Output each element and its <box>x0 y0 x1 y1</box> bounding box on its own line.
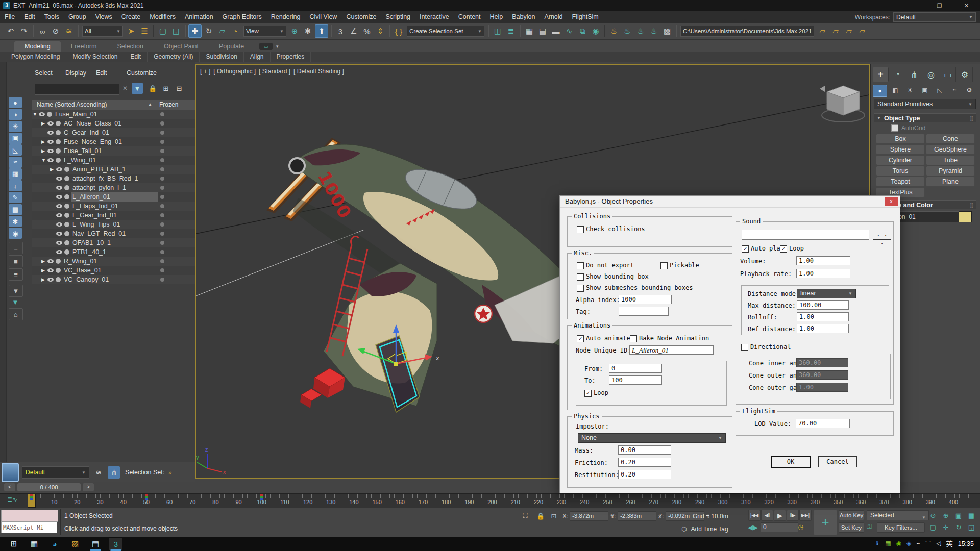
visibility-eye-icon[interactable] <box>47 140 54 144</box>
object-type-sphere[interactable]: Sphere <box>876 144 925 155</box>
render-setup-icon[interactable]: ♨ <box>608 25 620 37</box>
alpha-index-field[interactable]: 1000 <box>619 295 672 304</box>
frozen-cell-icon[interactable] <box>160 140 164 144</box>
time-slider[interactable]: 0 / 400 <box>17 483 81 491</box>
render-in-cloud-icon[interactable]: ♨ <box>648 25 660 37</box>
select-by-name-icon[interactable]: ☰ <box>138 25 151 37</box>
clear-search-icon[interactable]: ✕ <box>122 85 128 92</box>
node-unique-id-field[interactable]: L_Aileron_01 <box>629 345 714 355</box>
tree-row-ptb1-40-1[interactable]: PTB1_40_1 <box>32 247 195 257</box>
to-field[interactable]: 100 <box>609 375 662 385</box>
bind-to-spacewarp-icon[interactable]: ≋ <box>63 25 75 37</box>
visibility-eye-icon[interactable] <box>39 112 45 116</box>
lod-value-field[interactable]: 70.00 <box>796 419 850 428</box>
keyboard-shortcut-override-icon[interactable]: ⬆ <box>315 24 328 38</box>
frozen-cell-icon[interactable] <box>160 259 164 263</box>
angle-snap-icon[interactable]: ∠ <box>348 25 360 37</box>
filter-icon[interactable]: ▼ <box>9 296 22 308</box>
object-type-cylinder[interactable]: Cylinder <box>876 155 925 165</box>
object-type-torus[interactable]: Torus <box>876 166 925 176</box>
menu-create[interactable]: Create <box>117 11 145 23</box>
open-folder-icon[interactable]: ▱ <box>829 25 842 37</box>
object-type-plane[interactable]: Plane <box>926 177 975 187</box>
ribbon-sub-properties[interactable]: Properties <box>271 52 311 62</box>
name-column-header[interactable]: Name (Sorted Ascending) <box>37 101 107 108</box>
ribbon-sub-subdivision[interactable]: Subdivision <box>200 52 243 62</box>
explorer-search-input[interactable] <box>35 84 119 95</box>
track-bar[interactable]: ≣∿ 1020304050607080901001101201301401501… <box>0 493 980 508</box>
add-time-tag[interactable]: ⬡Add Time Tag <box>681 525 728 533</box>
maximize-button[interactable]: ❐ <box>926 0 953 11</box>
mirror-icon[interactable]: ◫ <box>492 25 504 37</box>
do-not-export-checkbox[interactable] <box>577 262 584 269</box>
more-chevrons-icon[interactable]: » <box>168 469 172 475</box>
tree-row-l-aileron-01[interactable]: L_Aileron_01 <box>32 192 195 202</box>
explorer-column-header[interactable]: Name (Sorted Ascending) ▲ Frozen <box>32 100 195 110</box>
keyframe-marker-0[interactable] <box>30 494 33 500</box>
frozen-cell-icon[interactable] <box>160 177 164 181</box>
edit-named-selection-sets-icon[interactable]: { } <box>393 25 405 37</box>
rectangular-selection-region-icon[interactable]: ▢ <box>157 25 169 37</box>
dialog-title[interactable]: Babylon.js - Object Properties <box>560 196 900 208</box>
selection-filter-dropdown[interactable]: All▼ <box>82 26 123 37</box>
spinner-snap-icon[interactable]: ⇕ <box>374 25 386 37</box>
visibility-eye-icon[interactable] <box>47 268 54 272</box>
frozen-cell-icon[interactable] <box>160 213 164 217</box>
key-mode-toggle-icon[interactable]: ◀▶ <box>748 522 757 532</box>
tree-row-attachpt-pylon-l-1[interactable]: attachpt_pylon_l_1 <box>32 183 195 192</box>
zoom-extents-all-icon[interactable]: ▦ <box>966 511 976 520</box>
render-presets-icon[interactable]: ▩ <box>661 25 673 37</box>
lights-category-icon[interactable]: ☀ <box>903 85 917 96</box>
toggle-scene-explorer-icon[interactable]: ▦ <box>523 25 535 37</box>
visibility-eye-icon[interactable] <box>56 222 62 227</box>
playback-rate-field[interactable]: 1.00 <box>796 269 850 278</box>
menu-flightsim[interactable]: FlightSim <box>568 11 603 23</box>
align-icon[interactable]: ≣ <box>505 25 517 37</box>
percent-snap-icon[interactable]: % <box>361 25 373 37</box>
visibility-eye-icon[interactable] <box>47 131 54 135</box>
viewport-menu-pov[interactable]: [ Orthographic ] <box>213 68 256 75</box>
expand-closed-icon[interactable]: ▶ <box>41 277 45 282</box>
menu-content[interactable]: Content <box>454 11 485 23</box>
select-and-manipulate-icon[interactable]: ✱ <box>302 25 314 37</box>
tree-row-fuse-nose-eng-01[interactable]: ▶Fuse_Nose_Eng_01 <box>32 137 195 146</box>
menu-views[interactable]: Views <box>91 11 117 23</box>
visibility-eye-icon[interactable] <box>47 259 54 263</box>
restitution-field[interactable]: 0.20 <box>618 470 671 479</box>
primitive-category-dropdown[interactable]: Standard Primitives▼ <box>874 99 976 109</box>
explorer-menu-display[interactable]: Display <box>65 69 86 77</box>
menu-tools[interactable]: Tools <box>40 11 64 23</box>
project-folder-dropdown[interactable]: C:\Users\Administrator\Documents\3ds Max… <box>680 26 814 37</box>
pan-icon[interactable]: ✛ <box>941 522 951 532</box>
absolute-mode-icon[interactable]: ⊡ <box>549 511 558 520</box>
visibility-eye-icon[interactable] <box>56 241 62 245</box>
select-and-rotate-icon[interactable]: ↻ <box>203 25 215 37</box>
menu-file[interactable]: File <box>0 11 19 23</box>
object-type-cone[interactable]: Cone <box>926 134 975 144</box>
use-pivot-center-icon[interactable]: ⊕ <box>288 25 301 37</box>
object-type-box[interactable]: Box <box>876 134 925 144</box>
toggle-ribbon-icon[interactable]: ▬ <box>550 25 562 37</box>
sound-file-field[interactable] <box>742 230 869 240</box>
reference-coordinate-dropdown[interactable]: View▼ <box>243 26 286 37</box>
clock[interactable]: 15:35 <box>958 540 974 547</box>
menu-arnold[interactable]: Arnold <box>540 11 567 23</box>
named-selection-icon[interactable] <box>2 463 19 482</box>
explorer-menu-edit[interactable]: Edit <box>96 69 107 77</box>
block-view-icon[interactable]: ■ <box>9 255 23 267</box>
ribbon-tab-object-paint[interactable]: Object Paint <box>154 41 209 52</box>
link-folder-icon[interactable]: ▱ <box>856 25 868 37</box>
tree-row-ac-nose-glass-01[interactable]: ▶AC_Nose_Glass_01 <box>32 119 195 128</box>
menu-scripting[interactable]: Scripting <box>381 11 415 23</box>
display-hidden-icon[interactable]: ◉ <box>9 228 22 239</box>
visibility-eye-icon[interactable] <box>47 158 54 162</box>
systems-category-icon[interactable]: ⚙ <box>963 85 976 96</box>
save-folder-icon[interactable]: ▱ <box>843 25 855 37</box>
ribbon-tab-selection[interactable]: Selection <box>107 41 153 52</box>
maximize-viewport-icon[interactable]: ◱ <box>966 522 976 532</box>
prev-frame-icon[interactable]: ◀‖ <box>761 510 773 521</box>
auto-animate-checkbox[interactable] <box>577 335 584 342</box>
select-and-place-icon[interactable]: ◔ <box>229 25 241 37</box>
expand-open-icon[interactable]: ▼ <box>41 158 46 163</box>
grid-tray-icon[interactable]: ▦ <box>885 540 891 548</box>
